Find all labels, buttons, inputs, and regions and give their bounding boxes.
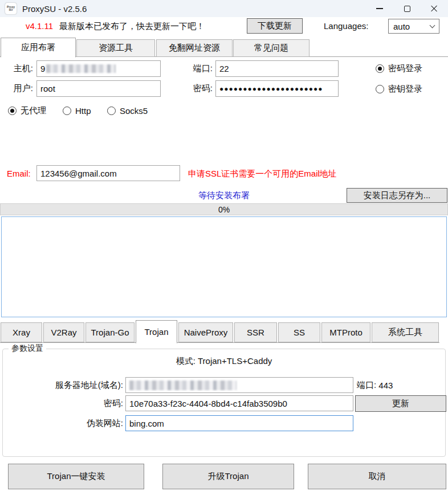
title-bar: Proxy SU ProxySU - v2.5.6 — [0, 0, 448, 17]
window-controls — [366, 0, 448, 17]
install-progress-bar: 0% — [0, 203, 448, 215]
minimize-button[interactable] — [366, 0, 393, 17]
update-message: 最新版本已发布了，快去更新一下吧！ — [59, 21, 205, 32]
email-hint-text: 申请SSL证书需要一个可用的Email地址 — [188, 169, 337, 179]
email-label: Email: — [7, 165, 31, 182]
cancel-button[interactable]: 取消 — [308, 464, 446, 489]
login-method-password-label: 密码登录 — [388, 63, 422, 74]
proxy-http-label: Http — [75, 106, 91, 116]
tab-system-tools[interactable]: 系统工具 — [372, 322, 439, 342]
tab-free-sites[interactable]: 免翻网址资源 — [156, 39, 233, 57]
tab-xray[interactable]: Xray — [1, 322, 42, 342]
minimize-icon — [376, 8, 383, 9]
camouflage-site-input[interactable] — [125, 415, 353, 431]
server-address-redacted — [129, 381, 237, 390]
trojan-port-label: 端口: — [357, 380, 376, 391]
host-label: 主机: — [0, 60, 33, 77]
languages-label: Languages: — [324, 21, 368, 31]
main-tab-strip: 应用布署 资源工具 免翻网址资源 常见问题 — [0, 38, 448, 57]
tab-v2ray[interactable]: V2Ray — [43, 322, 84, 342]
proxy-none-radio[interactable]: 无代理 — [8, 105, 46, 116]
ssh-port-input[interactable] — [215, 60, 339, 77]
ssh-port-label: 端口: — [171, 60, 213, 77]
user-label: 用户: — [0, 80, 33, 97]
host-input[interactable]: 9 — [36, 60, 161, 77]
radio-unselected-icon — [63, 107, 71, 115]
language-select[interactable]: auto — [388, 19, 439, 34]
radio-selected-icon — [8, 107, 17, 115]
radio-unselected-icon — [376, 85, 384, 93]
proxy-socks5-label: Socks5 — [120, 106, 148, 116]
proxy-socks5-radio[interactable]: Socks5 — [107, 105, 148, 116]
protocol-tab-strip: Xray V2Ray Trojan-Go Trojan NaiveProxy S… — [0, 320, 439, 343]
maximize-icon — [404, 6, 410, 12]
host-value-redacted — [46, 64, 116, 73]
progress-percent: 0% — [1, 204, 447, 215]
tab-mtproto[interactable]: MTProto — [321, 322, 370, 342]
trojan-install-button[interactable]: Trojan一键安装 — [8, 464, 144, 489]
download-update-button[interactable]: 下载更新 — [247, 18, 303, 34]
tab-resource-tools[interactable]: 资源工具 — [76, 39, 155, 57]
tab-naiveproxy[interactable]: NaiveProxy — [178, 322, 233, 342]
host-value-prefix: 9 — [40, 64, 45, 73]
app-logo-icon: Proxy SU — [5, 3, 17, 14]
camouflage-site-label: 伪装网站: — [3, 415, 123, 431]
save-log-button[interactable]: 安装日志另存为... — [347, 188, 447, 203]
email-input[interactable] — [36, 165, 180, 181]
close-icon — [430, 5, 438, 13]
app-window: Proxy SU ProxySU - v2.5.6 v4.1.11 最新版本已发… — [0, 0, 448, 495]
trojan-password-label: 密码: — [3, 395, 123, 411]
mode-label: 模式: — [176, 356, 196, 366]
trojan-upgrade-button[interactable]: 升级Trojan — [162, 464, 294, 489]
login-method-key-label: 密钥登录 — [388, 84, 422, 95]
new-version-number: v4.1.11 — [26, 21, 53, 31]
user-input[interactable] — [36, 80, 161, 97]
window-title: ProxySU - v2.5.6 — [22, 4, 87, 14]
radio-unselected-icon — [107, 107, 116, 115]
proxy-none-label: 无代理 — [21, 105, 46, 116]
ssh-password-label: 密码: — [171, 80, 213, 97]
server-address-label: 服务器地址(域名): — [3, 377, 123, 393]
login-method-password-radio[interactable]: 密码登录 — [376, 63, 422, 74]
tab-ssr[interactable]: SSR — [234, 322, 277, 342]
chevron-down-icon — [430, 23, 435, 28]
tab-ss[interactable]: SS — [278, 322, 320, 342]
tab-app-deploy[interactable]: 应用布署 — [1, 38, 76, 58]
tab-trojan[interactable]: Trojan — [136, 320, 177, 343]
proxy-http-radio[interactable]: Http — [63, 105, 91, 116]
app-logo-text: Proxy SU — [5, 6, 17, 11]
language-selected-value: auto — [393, 22, 410, 31]
server-address-input[interactable] — [125, 377, 353, 393]
maximize-button[interactable] — [393, 0, 421, 17]
radio-selected-icon — [376, 64, 384, 73]
trojan-port-value: 443 — [378, 381, 393, 390]
tab-trojan-go[interactable]: Trojan-Go — [85, 322, 135, 342]
update-password-button[interactable]: 更新 — [355, 395, 446, 412]
mode-line: 模式: Trojan+TLS+Caddy — [3, 356, 445, 367]
ssh-password-input[interactable] — [215, 80, 339, 97]
close-button[interactable] — [421, 0, 448, 17]
trojan-port-line: 端口: 443 — [357, 377, 393, 393]
tab-faq[interactable]: 常见问题 — [233, 39, 309, 57]
params-group-title: 参数设置 — [9, 343, 46, 354]
login-method-key-radio[interactable]: 密钥登录 — [376, 83, 422, 95]
trojan-password-input[interactable] — [125, 395, 353, 411]
params-groupbox: 参数设置 模式: Trojan+TLS+Caddy 服务器地址(域名): 端口:… — [2, 349, 446, 457]
install-log-box[interactable] — [1, 216, 447, 317]
mode-value: Trojan+TLS+Caddy — [198, 356, 272, 366]
